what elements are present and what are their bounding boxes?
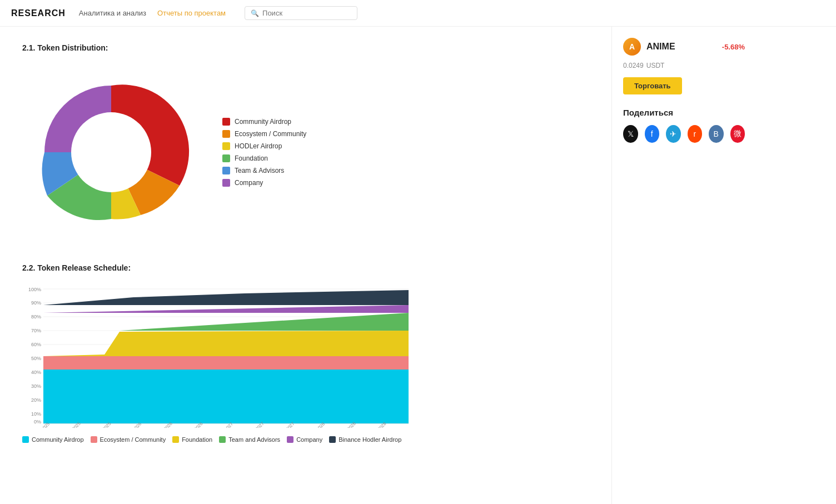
legend-item-1: Ecosystem / Community [222,130,306,138]
chart-legend-color-3 [219,436,226,443]
svg-text:0%: 0% [34,419,41,425]
donut-chart [22,63,200,241]
area-green [43,313,409,331]
content-area: 2.1. Token Distribution: [0,27,611,504]
section1-title: 2.1. Token Distribution: [22,43,589,52]
reddit-share-button[interactable]: r [688,125,703,143]
svg-text:70%: 70% [31,328,41,333]
section-token-distribution: 2.1. Token Distribution: [22,43,589,241]
token-price-unit: USDT [646,62,665,69]
chart-legend-4: Company [287,436,322,443]
legend-color-0 [222,118,230,126]
svg-text:10%: 10% [31,411,41,417]
svg-text:60%: 60% [31,342,41,347]
token-icon: A [623,38,641,56]
svg-text:20%: 20% [31,397,41,403]
chart-legend-label-2: Foundation [182,436,212,443]
legend-label-0: Community Airdrop [235,118,291,126]
search-input[interactable] [262,9,351,17]
legend-color-1 [222,130,230,138]
section2-title: 2.2. Token Release Schedule: [22,263,589,272]
chart-legend-color-0 [22,436,29,443]
area-yellow [43,331,409,356]
svg-text:100%: 100% [28,287,41,292]
token-price: 0.0249 USDT [623,59,745,71]
legend-color-4 [222,167,230,174]
chart-legend-3: Team and Advisors [219,436,280,443]
chart-legend-5: Binance Hodler Airdrop [329,436,401,443]
search-icon: 🔍 [251,9,259,17]
token-price-value: 0.0249 [623,62,644,69]
svg-text:30%: 30% [31,383,41,389]
chart-legend-color-2 [172,436,179,443]
donut-legend: Community Airdrop Ecosystem / Community … [222,118,306,187]
chart-legend-label-3: Team and Advisors [228,436,280,443]
logo: RESEARCH [11,8,66,18]
share-icons-row: 𝕏 f ✈ r В 微 [623,125,745,143]
chart-legend-2: Foundation [172,436,212,443]
svg-point-0 [71,112,151,192]
main-layout: 2.1. Token Distribution: [0,27,836,504]
area-chart-wrapper: 100% 90% 80% 70% 60% 50% 40% 30% 20% 10%… [22,283,589,443]
legend-label-2: HODLer Airdrop [235,142,282,150]
nav-reports[interactable]: Отчеты по проектам [157,9,226,17]
legend-label-5: Company [235,179,263,187]
facebook-share-button[interactable]: f [645,125,660,143]
svg-text:50%: 50% [31,356,41,361]
telegram-share-button[interactable]: ✈ [666,125,681,143]
chart-legend-label-5: Binance Hodler Airdrop [339,436,401,443]
legend-label-4: Team & Advisors [235,167,284,174]
area-cyan [43,370,409,423]
area-salmon [43,356,409,370]
legend-label-3: Foundation [235,154,268,162]
chart-legend-label-1: Ecosystem / Community [100,436,166,443]
x-share-button[interactable]: 𝕏 [623,125,638,143]
legend-label-1: Ecosystem / Community [235,130,306,138]
chart-legend-color-4 [287,436,293,443]
nav-analytics[interactable]: Аналитика и анализ [79,9,146,17]
token-name: ANIME [646,42,675,52]
legend-item-0: Community Airdrop [222,118,306,126]
chart-legend-color-5 [329,436,336,443]
chart-legend-label-0: Community Airdrop [32,436,84,443]
share-title: Поделиться [623,108,745,117]
area-chart-legend: Community Airdrop Ecosystem / Community … [22,436,589,443]
chart-legend-0: Community Airdrop [22,436,84,443]
legend-item-3: Foundation [222,154,306,162]
chart-legend-color-1 [91,436,97,443]
donut-chart-container: Community Airdrop Ecosystem / Community … [22,63,589,241]
chart-legend-1: Ecosystem / Community [91,436,166,443]
chart-legend-label-4: Company [296,436,322,443]
legend-item-2: HODLer Airdrop [222,142,306,150]
token-info: A ANIME -5.68% [623,38,745,56]
vk-share-button[interactable]: В [709,125,724,143]
area-purple [43,305,409,313]
main-nav: Аналитика и анализ Отчеты по проектам [79,9,226,17]
token-change: -5.68% [722,43,745,51]
legend-color-5 [222,179,230,187]
sidebar: A ANIME -5.68% 0.0249 USDT Торговать Под… [611,27,756,504]
svg-text:40%: 40% [31,370,41,375]
trade-button[interactable]: Торговать [623,77,682,94]
legend-item-4: Team & Advisors [222,167,306,174]
svg-text:90%: 90% [31,300,41,306]
weibo-share-button[interactable]: 微 [730,125,745,143]
legend-color-3 [222,154,230,162]
search-box: 🔍 [245,6,357,20]
legend-item-5: Company [222,179,306,187]
section-token-schedule: 2.2. Token Release Schedule: 100% 90% 80… [22,263,589,443]
legend-color-2 [222,142,230,150]
area-chart-svg: 100% 90% 80% 70% 60% 50% 40% 30% 20% 10%… [22,283,411,428]
area-dark [43,290,409,305]
header: RESEARCH Аналитика и анализ Отчеты по пр… [0,0,836,27]
svg-text:80%: 80% [31,314,41,320]
token-icon-text: A [629,42,635,51]
